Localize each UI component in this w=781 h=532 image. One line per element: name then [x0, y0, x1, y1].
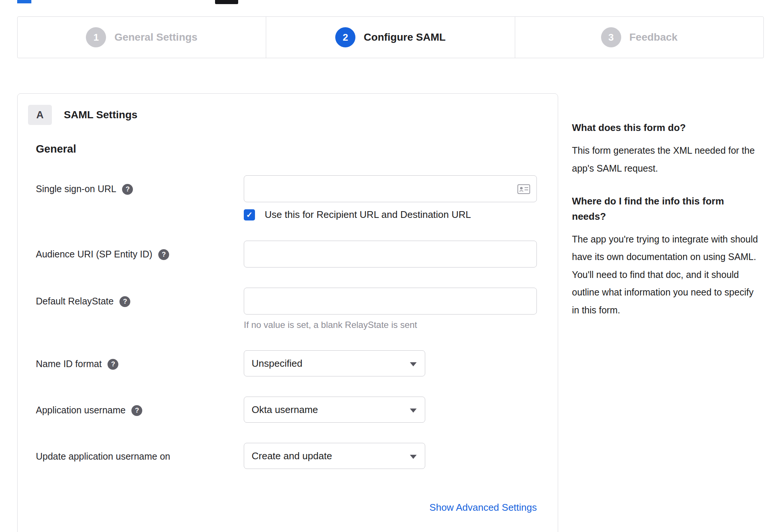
relay-state-label-wrap: Default RelayState ?	[36, 288, 244, 330]
step-label: Configure SAML	[364, 31, 445, 43]
audience-uri-input[interactable]	[244, 241, 537, 267]
update-username-label-wrap: Update application username on	[36, 443, 244, 469]
application-username-label-wrap: Application username ?	[36, 397, 244, 423]
relay-state-input[interactable]	[244, 288, 537, 314]
caret-down-icon	[410, 455, 417, 459]
application-username-label: Application username	[36, 405, 125, 416]
audience-uri-label: Audience URI (SP Entity ID)	[36, 249, 152, 260]
sidebar-body-where: The app you're trying to integrate with …	[572, 231, 760, 319]
sso-url-row: Single sign-on URL ?	[36, 175, 558, 220]
recipient-url-checkbox[interactable]: ✓	[244, 209, 255, 220]
help-icon[interactable]: ?	[122, 184, 133, 195]
section-a-badge: A	[28, 105, 52, 125]
name-id-format-row: Name ID format ? Unspecified	[36, 350, 558, 376]
configure-saml-page: 1 General Settings 2 Configure SAML 3 Fe…	[0, 0, 781, 532]
recipient-url-checkbox-label: Use this for Recipient URL and Destinati…	[265, 209, 471, 220]
step-number-badge: 3	[601, 27, 621, 47]
update-username-content: Create and update	[244, 443, 558, 469]
audience-uri-row: Audience URI (SP Entity ID) ?	[36, 241, 558, 267]
audience-uri-label-wrap: Audience URI (SP Entity ID) ?	[36, 241, 244, 267]
name-id-format-label-wrap: Name ID format ?	[36, 350, 244, 376]
sidebar-heading-what: What does this form do?	[572, 120, 760, 135]
help-icon[interactable]: ?	[119, 296, 130, 307]
clipped-header-link-artifact	[17, 0, 31, 3]
caret-down-icon	[410, 362, 417, 366]
name-id-format-select[interactable]: Unspecified	[244, 350, 425, 376]
sso-url-label-wrap: Single sign-on URL ?	[36, 175, 244, 220]
relay-state-row: Default RelayState ? If no value is set,…	[36, 288, 558, 330]
contact-card-icon	[517, 184, 530, 194]
update-username-row: Update application username on Create an…	[36, 443, 558, 469]
application-username-value: Okta username	[252, 404, 318, 416]
step-general-settings[interactable]: 1 General Settings	[18, 17, 266, 58]
sso-url-content: ✓ Use this for Recipient URL and Destina…	[244, 175, 558, 220]
application-username-row: Application username ? Okta username	[36, 397, 558, 423]
name-id-format-content: Unspecified	[244, 350, 558, 376]
wizard-stepper: 1 General Settings 2 Configure SAML 3 Fe…	[17, 16, 764, 58]
help-sidebar: What does this form do? This form genera…	[572, 120, 760, 335]
audience-uri-content	[244, 241, 558, 267]
caret-down-icon	[410, 409, 417, 413]
recipient-url-checkbox-row: ✓ Use this for Recipient URL and Destina…	[244, 209, 558, 220]
relay-state-content: If no value is set, a blank RelayState i…	[244, 288, 558, 330]
sso-url-label: Single sign-on URL	[36, 184, 116, 194]
panel-header: A SAML Settings	[28, 105, 558, 125]
update-username-value: Create and update	[252, 450, 332, 462]
update-username-label: Update application username on	[36, 451, 170, 462]
help-icon[interactable]: ?	[131, 405, 142, 416]
step-configure-saml[interactable]: 2 Configure SAML	[266, 17, 514, 58]
sidebar-heading-where: Where do I find the info this form needs…	[572, 194, 760, 224]
saml-form: Single sign-on URL ?	[36, 175, 558, 513]
application-username-select[interactable]: Okta username	[244, 397, 425, 423]
general-section-heading: General	[36, 143, 558, 155]
show-advanced-settings-link[interactable]: Show Advanced Settings	[429, 502, 537, 513]
step-label: Feedback	[629, 31, 678, 43]
help-icon[interactable]: ?	[158, 249, 169, 260]
sidebar-body-what: This form generates the XML needed for t…	[572, 142, 760, 177]
step-feedback[interactable]: 3 Feedback	[515, 17, 763, 58]
relay-state-label: Default RelayState	[36, 296, 113, 307]
clipped-app-title-artifact	[215, 0, 238, 4]
application-username-content: Okta username	[244, 397, 558, 423]
update-username-select[interactable]: Create and update	[244, 443, 425, 469]
advanced-settings-link-row: Show Advanced Settings	[36, 502, 537, 513]
step-number-badge: 2	[335, 27, 355, 47]
relay-state-hint: If no value is set, a blank RelayState i…	[244, 320, 558, 330]
panel-title: SAML Settings	[64, 109, 137, 121]
help-icon[interactable]: ?	[108, 359, 118, 370]
saml-settings-panel: A SAML Settings General Single sign-on U…	[17, 93, 558, 532]
name-id-format-label: Name ID format	[36, 359, 102, 369]
name-id-format-value: Unspecified	[252, 358, 302, 369]
step-label: General Settings	[114, 31, 197, 43]
step-number-badge: 1	[86, 27, 106, 47]
sso-url-input[interactable]	[244, 175, 537, 202]
